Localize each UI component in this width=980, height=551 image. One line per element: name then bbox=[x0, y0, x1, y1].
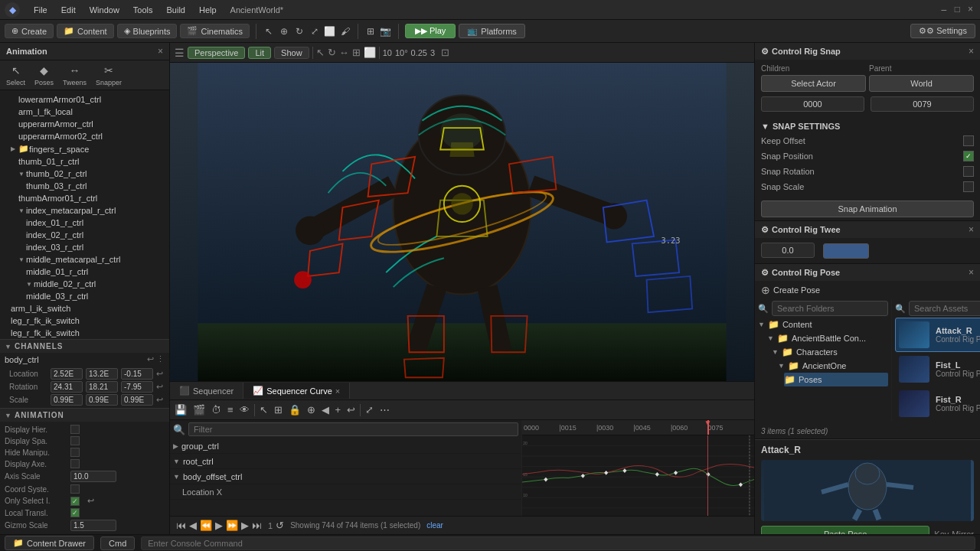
select-actor-button[interactable]: Select Actor bbox=[761, 75, 866, 92]
tree-item[interactable]: index_01_r_ctrl bbox=[0, 217, 169, 229]
tree-item[interactable]: index_03_r_ctrl bbox=[0, 241, 169, 253]
scale-z-input[interactable] bbox=[121, 394, 153, 406]
control-rig-twee-close[interactable]: × bbox=[969, 224, 974, 235]
tree-item[interactable]: ▼ middle_metacarpal_r_ctrl bbox=[0, 253, 169, 266]
location-reset-icon[interactable]: ↩ bbox=[156, 369, 163, 379]
display-hier-checkbox[interactable] bbox=[70, 425, 80, 434]
rotation-y-input[interactable] bbox=[86, 381, 118, 393]
scale-reset-icon[interactable]: ↩ bbox=[156, 395, 163, 405]
select-mode-icon[interactable]: ↖ bbox=[263, 25, 275, 37]
asset-search-input[interactable] bbox=[909, 301, 980, 316]
seq-curve-tab-close[interactable]: × bbox=[335, 386, 340, 396]
platforms-button[interactable]: 📺 Platforms bbox=[459, 24, 524, 38]
reset-icon[interactable]: ↩ bbox=[147, 354, 154, 364]
display-axe-checkbox[interactable] bbox=[70, 459, 80, 468]
menu-window[interactable]: Window bbox=[83, 4, 126, 16]
tree-item[interactable]: leg_r_fk_ik_switch bbox=[0, 327, 169, 339]
paint-icon[interactable]: 🖌 bbox=[339, 25, 351, 37]
pb-play[interactable]: ▶ bbox=[215, 520, 223, 531]
only-select-reset[interactable]: ↩ bbox=[87, 496, 94, 506]
sequencer-curve-tab[interactable]: 📈 Sequencer Curve × bbox=[243, 383, 350, 399]
snap-scale-checkbox[interactable] bbox=[963, 181, 974, 192]
seq-lock-icon[interactable]: 🔒 bbox=[287, 403, 302, 417]
folder-ancientone[interactable]: ▼ 📁 AncientOne bbox=[778, 359, 888, 373]
menu-help[interactable]: Help bbox=[193, 4, 223, 16]
viewport-icon-3[interactable]: ↔ bbox=[339, 47, 349, 58]
tree-item[interactable]: lowerarmArmor01_ctrl bbox=[0, 93, 169, 106]
maximize-viewport-icon[interactable]: ⊡ bbox=[441, 47, 449, 58]
rotation-x-input[interactable] bbox=[51, 381, 83, 393]
location-x-input[interactable] bbox=[51, 368, 83, 380]
minimize-icon[interactable]: − bbox=[941, 4, 947, 16]
play-button[interactable]: ▶ ▶ Play bbox=[405, 24, 456, 38]
pb-go-end[interactable]: ⏭ bbox=[252, 520, 262, 531]
folder-search-input[interactable] bbox=[772, 301, 888, 316]
pb-go-start[interactable]: ⏮ bbox=[176, 520, 186, 531]
perspective-button[interactable]: Perspective bbox=[188, 47, 245, 59]
snap-animation-button[interactable]: Snap Animation bbox=[761, 201, 974, 217]
seq-more-icon[interactable]: ⋯ bbox=[378, 403, 391, 417]
tree-item[interactable]: index_02_r_ctrl bbox=[0, 229, 169, 241]
rotation-reset-icon[interactable]: ↩ bbox=[156, 382, 163, 392]
location-z-input[interactable] bbox=[121, 368, 153, 380]
scale-x-input[interactable] bbox=[51, 394, 83, 406]
control-rig-snap-close[interactable]: × bbox=[969, 46, 974, 57]
animation-section-header[interactable]: ▼ ANIMATION bbox=[0, 409, 169, 422]
menu-build[interactable]: Build bbox=[161, 4, 191, 16]
track-body-offset-ctrl[interactable]: ▼ body_offset_ctrl bbox=[170, 469, 521, 484]
seq-mark-icon[interactable]: ◀ bbox=[320, 403, 331, 417]
cursor-icon[interactable]: ↖ bbox=[316, 47, 325, 58]
rect-select-icon[interactable]: ⬜ bbox=[324, 25, 336, 37]
folder-content[interactable]: ▼ 📁 Content bbox=[758, 318, 888, 331]
tree-item[interactable]: ▼ middle_02_r_ctrl bbox=[0, 278, 169, 290]
axis-scale-input[interactable] bbox=[70, 471, 116, 482]
content-drawer-button[interactable]: 📁 Content Drawer bbox=[5, 536, 94, 550]
cmd-button[interactable]: Cmd bbox=[100, 536, 135, 550]
seq-camera-icon[interactable]: 🎬 bbox=[191, 403, 207, 417]
translate-icon[interactable]: ⊕ bbox=[278, 25, 290, 37]
hide-manip-checkbox[interactable] bbox=[70, 448, 80, 457]
only-select-checkbox[interactable]: ✓ bbox=[70, 497, 80, 506]
select-tool[interactable]: ↖ Select bbox=[6, 64, 25, 86]
sequencer-playhead[interactable] bbox=[707, 420, 709, 435]
snap-settings-header[interactable]: ▼ SNAP SETTINGS bbox=[761, 119, 974, 133]
display-spa-checkbox[interactable] bbox=[70, 436, 80, 445]
twee-color-picker[interactable] bbox=[823, 243, 869, 259]
lit-button[interactable]: Lit bbox=[248, 47, 271, 59]
tree-item[interactable]: arm_l_ik_switch bbox=[0, 302, 169, 315]
seq-snap-icon[interactable]: ⊕ bbox=[305, 403, 317, 417]
pb-play-alt[interactable]: ▶ bbox=[241, 520, 249, 531]
snap-val-1-input[interactable] bbox=[761, 96, 864, 112]
track-group-ctrl[interactable]: ▶ group_ctrl bbox=[170, 439, 521, 454]
pb-prev-frame[interactable]: ◀ bbox=[189, 520, 197, 531]
control-rig-pose-close[interactable]: × bbox=[969, 267, 974, 278]
keep-offset-checkbox[interactable] bbox=[963, 135, 974, 146]
scale-icon[interactable]: ⤢ bbox=[309, 25, 321, 37]
folder-poses[interactable]: 📁 Poses bbox=[784, 373, 888, 386]
coord-syste-checkbox[interactable] bbox=[70, 484, 80, 494]
settings-button[interactable]: ⚙ ⚙ Settings bbox=[910, 24, 975, 38]
tree-item[interactable]: thumb_03_r_ctrl bbox=[0, 180, 169, 192]
tree-item[interactable]: middle_03_r_ctrl bbox=[0, 290, 169, 302]
rotation-z-input[interactable] bbox=[121, 381, 153, 393]
cinematics-button[interactable]: 🎬 Cinematics bbox=[180, 24, 249, 38]
viewport-icon-2[interactable]: ↻ bbox=[328, 47, 336, 58]
snap-icon[interactable]: ⊞ bbox=[364, 25, 377, 37]
folder-poses-item[interactable]: 📁 Poses bbox=[758, 373, 888, 386]
snap-val-2-input[interactable] bbox=[871, 96, 974, 112]
pb-back[interactable]: ⏪ bbox=[200, 520, 212, 531]
tree-item[interactable]: leg_r_fk_ik_switch bbox=[0, 315, 169, 327]
pb-forward[interactable]: ⏩ bbox=[226, 520, 238, 531]
snap-rotation-checkbox[interactable] bbox=[963, 166, 974, 177]
tweens-tool[interactable]: ↔ Tweens bbox=[63, 64, 87, 86]
twee-value-input[interactable] bbox=[761, 243, 815, 258]
seq-wrap-icon[interactable]: ↩ bbox=[345, 403, 357, 417]
pb-loop[interactable]: ↺ bbox=[276, 520, 284, 531]
blueprints-button[interactable]: ◈ Blueprints bbox=[117, 24, 178, 38]
sequencer-tab[interactable]: ⬛ Sequencer bbox=[170, 383, 243, 399]
menu-file[interactable]: File bbox=[28, 4, 54, 16]
tree-item[interactable]: thumb_01_r_ctrl bbox=[0, 155, 169, 168]
create-button[interactable]: ⊕ Create bbox=[5, 24, 54, 38]
menu-edit[interactable]: Edit bbox=[55, 4, 82, 16]
local-transl-checkbox[interactable]: ✓ bbox=[70, 508, 80, 517]
